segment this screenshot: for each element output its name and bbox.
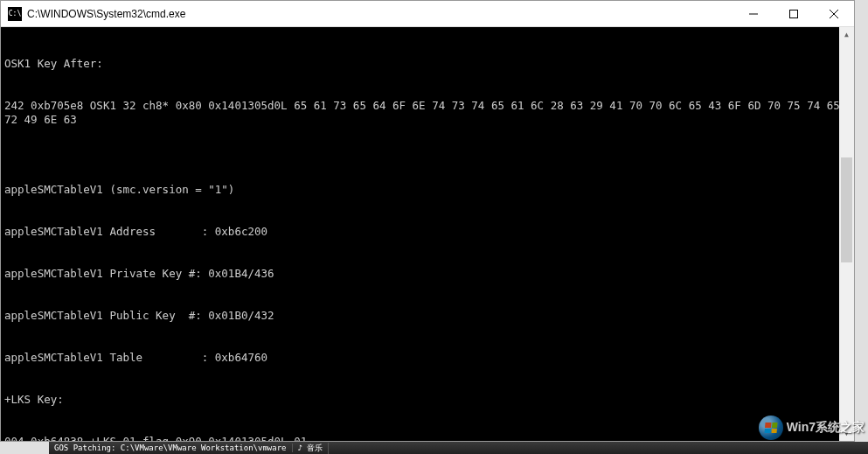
console-line: OSK1 Key After: [4,57,851,71]
console-line: +LKS Key: [4,393,851,407]
windows-flag-icon [764,423,777,433]
watermark: Win7系统之家 [759,416,865,440]
scroll-thumb[interactable] [841,157,852,262]
watermark-text: Win7系统之家 [787,420,865,436]
minimize-button[interactable] [733,1,774,26]
console-output[interactable]: OSK1 Key After: 242 0xb705e8 OSK1 32 ch8… [1,27,854,441]
taskbar-item[interactable]: ♪ 音乐 [293,443,330,454]
console-line: appleSMCTableV1 Table : 0xb64760 [4,351,851,365]
svg-rect-1 [790,10,798,17]
cmd-icon: C:\ [8,7,22,21]
maximize-icon [789,10,798,18]
taskbar-item[interactable]: GOS Patching: C:\VMware\VMware Workstati… [49,444,293,452]
minimize-icon [749,10,758,18]
window-controls [733,1,854,26]
close-button[interactable] [814,1,854,26]
vertical-scrollbar[interactable]: ▲ ▼ [839,27,854,441]
taskbar-item-label: 音乐 [307,444,323,452]
scroll-up-button[interactable]: ▲ [839,27,854,42]
chevron-up-icon: ▲ [844,28,849,42]
windows-orb-icon [759,416,783,440]
console-line: appleSMCTableV1 Public Key #: 0x01B0/432 [4,309,851,323]
taskbar[interactable]: GOS Patching: C:\VMware\VMware Workstati… [49,442,868,454]
console-line: appleSMCTableV1 (smc.version = "1") [4,183,851,197]
console-line: appleSMCTableV1 Private Key #: 0x01B4/43… [4,267,851,281]
console-line: 004 0xb64838 +LKS 01 flag 0x90 0x1401305… [4,435,851,441]
maximize-button[interactable] [774,1,814,26]
titlebar[interactable]: C:\ C:\WINDOWS\System32\cmd.exe [1,1,854,27]
cmd-window: C:\ C:\WINDOWS\System32\cmd.exe OSK1 Key… [0,0,855,442]
window-title: C:\WINDOWS\System32\cmd.exe [27,8,733,20]
console-line: appleSMCTableV1 Address : 0xb6c200 [4,225,851,239]
console-line: 242 0xb705e8 OSK1 32 ch8* 0x80 0x1401305… [4,99,851,127]
scroll-track[interactable] [839,42,854,426]
close-icon [830,10,838,18]
